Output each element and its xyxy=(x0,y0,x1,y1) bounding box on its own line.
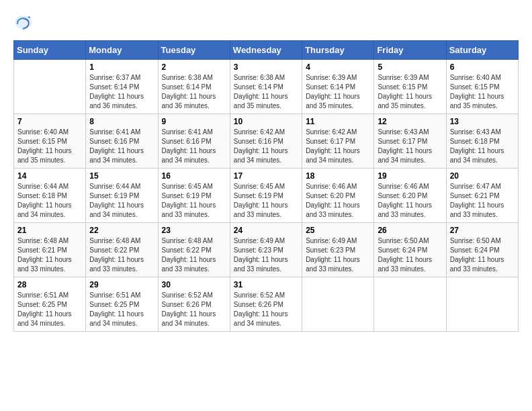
sunrise: Sunrise: 6:42 AM xyxy=(234,128,298,137)
header-day-tuesday: Tuesday xyxy=(158,41,230,60)
day-info: Sunrise: 6:43 AM Sunset: 6:17 PM Dayligh… xyxy=(378,128,442,165)
day-number: 18 xyxy=(306,171,370,181)
daylight: Daylight: 11 hours and 33 minutes. xyxy=(234,201,298,220)
week-row-4: 21 Sunrise: 6:48 AM Sunset: 6:21 PM Dayl… xyxy=(14,223,519,277)
sunrise: Sunrise: 6:40 AM xyxy=(17,128,82,137)
day-info: Sunrise: 6:48 AM Sunset: 6:21 PM Dayligh… xyxy=(17,236,82,274)
day-cell: 21 Sunrise: 6:48 AM Sunset: 6:21 PM Dayl… xyxy=(14,223,86,277)
day-number: 2 xyxy=(162,62,226,72)
day-number: 14 xyxy=(17,171,82,181)
sunset: Sunset: 6:23 PM xyxy=(306,246,370,255)
day-cell: 18 Sunrise: 6:46 AM Sunset: 6:20 PM Dayl… xyxy=(302,169,374,223)
sunset: Sunset: 6:21 PM xyxy=(17,246,82,255)
day-number: 1 xyxy=(89,62,154,72)
daylight: Daylight: 11 hours and 36 minutes. xyxy=(162,92,226,111)
daylight: Daylight: 11 hours and 34 minutes. xyxy=(234,310,298,328)
day-info: Sunrise: 6:43 AM Sunset: 6:18 PM Dayligh… xyxy=(450,128,515,165)
day-cell: 1 Sunrise: 6:37 AM Sunset: 6:14 PM Dayli… xyxy=(86,60,158,114)
daylight: Daylight: 11 hours and 33 minutes. xyxy=(162,201,226,220)
day-info: Sunrise: 6:38 AM Sunset: 6:14 PM Dayligh… xyxy=(234,73,298,111)
day-info: Sunrise: 6:44 AM Sunset: 6:18 PM Dayligh… xyxy=(17,182,82,220)
day-info: Sunrise: 6:39 AM Sunset: 6:15 PM Dayligh… xyxy=(378,73,442,111)
day-cell: 5 Sunrise: 6:39 AM Sunset: 6:15 PM Dayli… xyxy=(374,60,446,114)
sunset: Sunset: 6:14 PM xyxy=(234,83,298,92)
header-day-wednesday: Wednesday xyxy=(230,41,302,60)
sunset: Sunset: 6:23 PM xyxy=(234,246,298,255)
sunrise: Sunrise: 6:46 AM xyxy=(378,182,442,191)
week-row-5: 28 Sunrise: 6:51 AM Sunset: 6:25 PM Dayl… xyxy=(14,277,519,332)
day-cell: 20 Sunrise: 6:47 AM Sunset: 6:21 PM Dayl… xyxy=(446,169,518,223)
sunrise: Sunrise: 6:46 AM xyxy=(306,182,370,191)
day-number: 22 xyxy=(89,226,154,235)
sunset: Sunset: 6:15 PM xyxy=(378,83,442,92)
day-number: 7 xyxy=(17,117,82,126)
daylight: Daylight: 11 hours and 34 minutes. xyxy=(17,310,82,328)
sunrise: Sunrise: 6:37 AM xyxy=(89,73,154,83)
day-cell: 26 Sunrise: 6:50 AM Sunset: 6:24 PM Dayl… xyxy=(374,223,446,277)
sunrise: Sunrise: 6:38 AM xyxy=(162,73,226,83)
sunset: Sunset: 6:15 PM xyxy=(17,137,82,146)
daylight: Daylight: 11 hours and 34 minutes. xyxy=(234,146,298,165)
day-info: Sunrise: 6:41 AM Sunset: 6:16 PM Dayligh… xyxy=(162,128,226,165)
header-day-thursday: Thursday xyxy=(302,41,374,60)
week-row-2: 7 Sunrise: 6:40 AM Sunset: 6:15 PM Dayli… xyxy=(14,114,519,169)
sunset: Sunset: 6:15 PM xyxy=(450,83,515,92)
sunrise: Sunrise: 6:49 AM xyxy=(306,236,370,246)
day-info: Sunrise: 6:45 AM Sunset: 6:19 PM Dayligh… xyxy=(162,182,226,220)
day-info: Sunrise: 6:46 AM Sunset: 6:20 PM Dayligh… xyxy=(378,182,442,220)
sunrise: Sunrise: 6:41 AM xyxy=(162,128,226,137)
day-cell: 27 Sunrise: 6:50 AM Sunset: 6:24 PM Dayl… xyxy=(446,223,518,277)
sunrise: Sunrise: 6:51 AM xyxy=(17,291,82,300)
day-cell xyxy=(14,60,86,114)
calendar-body: 1 Sunrise: 6:37 AM Sunset: 6:14 PM Dayli… xyxy=(14,60,519,332)
day-cell: 2 Sunrise: 6:38 AM Sunset: 6:14 PM Dayli… xyxy=(158,60,230,114)
daylight: Daylight: 11 hours and 34 minutes. xyxy=(450,146,515,165)
day-number: 20 xyxy=(450,171,515,181)
day-number: 10 xyxy=(234,117,298,126)
daylight: Daylight: 11 hours and 35 minutes. xyxy=(17,146,82,165)
day-cell: 28 Sunrise: 6:51 AM Sunset: 6:25 PM Dayl… xyxy=(14,277,86,332)
day-info: Sunrise: 6:50 AM Sunset: 6:24 PM Dayligh… xyxy=(450,236,515,274)
day-number: 30 xyxy=(162,280,226,289)
daylight: Daylight: 11 hours and 34 minutes. xyxy=(89,201,154,220)
sunset: Sunset: 6:20 PM xyxy=(306,191,370,201)
day-cell xyxy=(446,277,518,332)
day-number: 21 xyxy=(17,226,82,235)
sunset: Sunset: 6:14 PM xyxy=(89,83,154,92)
sunset: Sunset: 6:19 PM xyxy=(162,191,226,201)
daylight: Daylight: 11 hours and 34 minutes. xyxy=(306,146,370,165)
day-cell: 22 Sunrise: 6:48 AM Sunset: 6:22 PM Dayl… xyxy=(86,223,158,277)
day-number: 6 xyxy=(450,62,515,72)
week-row-3: 14 Sunrise: 6:44 AM Sunset: 6:18 PM Dayl… xyxy=(14,169,519,223)
daylight: Daylight: 11 hours and 33 minutes. xyxy=(378,201,442,220)
calendar: SundayMondayTuesdayWednesdayThursdayFrid… xyxy=(13,40,519,332)
day-info: Sunrise: 6:46 AM Sunset: 6:20 PM Dayligh… xyxy=(306,182,370,220)
day-number: 13 xyxy=(450,117,515,126)
logo xyxy=(13,13,36,34)
day-number: 3 xyxy=(234,62,298,72)
sunrise: Sunrise: 6:52 AM xyxy=(162,291,226,300)
daylight: Daylight: 11 hours and 33 minutes. xyxy=(162,255,226,274)
day-number: 8 xyxy=(89,117,154,126)
sunrise: Sunrise: 6:48 AM xyxy=(17,236,82,246)
sunrise: Sunrise: 6:49 AM xyxy=(234,236,298,246)
sunset: Sunset: 6:20 PM xyxy=(378,191,442,201)
day-number: 29 xyxy=(89,280,154,289)
day-number: 4 xyxy=(306,62,370,72)
day-info: Sunrise: 6:42 AM Sunset: 6:17 PM Dayligh… xyxy=(306,128,370,165)
day-cell: 24 Sunrise: 6:49 AM Sunset: 6:23 PM Dayl… xyxy=(230,223,302,277)
daylight: Daylight: 11 hours and 36 minutes. xyxy=(89,92,154,111)
sunrise: Sunrise: 6:44 AM xyxy=(17,182,82,191)
calendar-header: SundayMondayTuesdayWednesdayThursdayFrid… xyxy=(14,41,519,60)
header-day-friday: Friday xyxy=(374,41,446,60)
day-number: 19 xyxy=(378,171,442,181)
daylight: Daylight: 11 hours and 33 minutes. xyxy=(89,255,154,274)
day-number: 31 xyxy=(234,280,298,289)
day-number: 24 xyxy=(234,226,298,235)
daylight: Daylight: 11 hours and 33 minutes. xyxy=(378,255,442,274)
day-info: Sunrise: 6:40 AM Sunset: 6:15 PM Dayligh… xyxy=(450,73,515,111)
day-info: Sunrise: 6:44 AM Sunset: 6:19 PM Dayligh… xyxy=(89,182,154,220)
day-cell: 9 Sunrise: 6:41 AM Sunset: 6:16 PM Dayli… xyxy=(158,114,230,169)
sunrise: Sunrise: 6:39 AM xyxy=(378,73,442,83)
day-info: Sunrise: 6:49 AM Sunset: 6:23 PM Dayligh… xyxy=(234,236,298,274)
